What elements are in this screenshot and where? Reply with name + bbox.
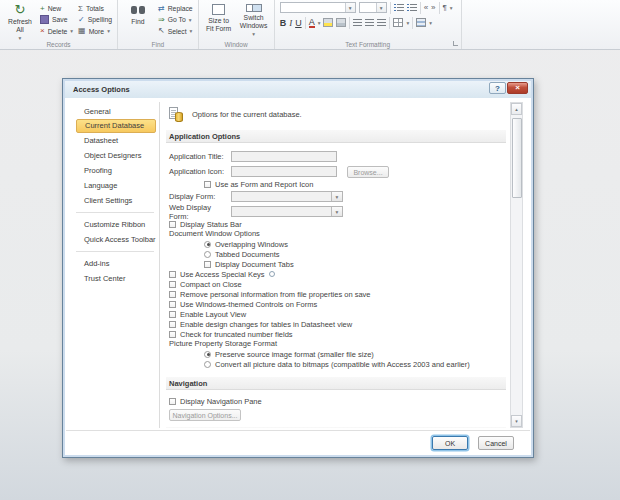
scrollbar-thumb[interactable] bbox=[512, 118, 522, 198]
switch-windows-button[interactable]: Switch Windows ▾ bbox=[239, 3, 269, 37]
bullets-button[interactable] bbox=[394, 4, 404, 12]
totals-button[interactable]: Σ Totals bbox=[78, 3, 112, 14]
use-access-special-keys-checkbox[interactable] bbox=[169, 271, 176, 278]
display-form-dropdown[interactable]: ▾ bbox=[231, 191, 343, 202]
decrease-indent-button[interactable]: « bbox=[424, 4, 428, 12]
display-status-bar-checkbox[interactable] bbox=[169, 221, 176, 228]
navigation-options-button[interactable]: Navigation Options... bbox=[169, 409, 241, 421]
bold-button[interactable]: B bbox=[280, 18, 287, 28]
dialog-titlebar[interactable]: Access Options bbox=[65, 81, 531, 98]
sidebar-item-object-designers[interactable]: Object Designers bbox=[76, 148, 156, 163]
convert-bitmaps-radio[interactable] bbox=[204, 361, 211, 368]
sidebar-item-datasheet[interactable]: Datasheet bbox=[76, 133, 156, 148]
chevron-down-icon[interactable]: ▾ bbox=[406, 20, 409, 26]
sidebar-item-trust-center[interactable]: Trust Center bbox=[76, 271, 156, 286]
compact-on-close-label: Compact on Close bbox=[180, 280, 242, 289]
select-button[interactable]: ↖ Select ▾ bbox=[158, 26, 193, 37]
refresh-all-button[interactable]: ↻ Refresh All ▾ bbox=[5, 3, 35, 37]
sidebar-item-client-settings[interactable]: Client Settings bbox=[76, 193, 156, 208]
new-icon: + bbox=[40, 5, 45, 13]
increase-indent-button[interactable]: » bbox=[431, 4, 435, 12]
paragraph-marks-button[interactable]: ¶ bbox=[443, 4, 447, 12]
ribbon-group-find: Find ⇄ Replace ⇒ Go To ▾ ↖ Select ▾ Fin bbox=[118, 0, 199, 49]
align-right-button[interactable] bbox=[377, 19, 386, 27]
font-size-combobox[interactable]: ▾ bbox=[359, 2, 387, 13]
sidebar-item-current-database[interactable]: Current Database bbox=[76, 119, 156, 133]
overlapping-windows-radio[interactable] bbox=[204, 241, 211, 248]
background-color-button[interactable] bbox=[336, 18, 346, 27]
windows-themed-controls-checkbox[interactable] bbox=[169, 301, 176, 308]
tabbed-documents-radio[interactable] bbox=[204, 251, 211, 258]
sidebar-item-customize-ribbon[interactable]: Customize Ribbon bbox=[76, 217, 156, 232]
chevron-down-icon[interactable]: ▾ bbox=[429, 20, 432, 26]
dialog-body: General Current Database Datasheet Objec… bbox=[66, 98, 530, 454]
sidebar-item-language[interactable]: Language bbox=[76, 178, 156, 193]
highlight-color-button[interactable] bbox=[323, 18, 333, 27]
enable-design-changes-checkbox[interactable] bbox=[169, 321, 176, 328]
browse-button[interactable]: Browse... bbox=[347, 166, 389, 178]
options-category-list: General Current Database Datasheet Objec… bbox=[76, 104, 156, 428]
underline-button[interactable]: U bbox=[295, 18, 302, 28]
panel-header-text: Options for the current database. bbox=[192, 110, 302, 119]
align-center-button[interactable] bbox=[365, 19, 374, 27]
compact-on-close-checkbox[interactable] bbox=[169, 281, 176, 288]
find-button[interactable]: Find bbox=[123, 3, 153, 37]
application-icon-row: Application Icon: Browse... bbox=[166, 164, 506, 179]
save-button[interactable]: Save bbox=[40, 14, 73, 25]
scroll-up-button[interactable]: ▴ bbox=[511, 103, 522, 115]
more-button[interactable]: ▦ More ▾ bbox=[78, 26, 112, 37]
new-button[interactable]: + New bbox=[40, 3, 73, 14]
switch-windows-label: Switch Windows bbox=[239, 14, 269, 30]
enable-design-changes-row: Enable design changes for tables in Data… bbox=[166, 319, 506, 329]
size-to-fit-form-button[interactable]: Size to Fit Form bbox=[204, 3, 234, 37]
enable-layout-view-checkbox[interactable] bbox=[169, 311, 176, 318]
sidebar-item-quick-access-toolbar[interactable]: Quick Access Toolbar bbox=[76, 232, 156, 247]
use-as-form-icon-checkbox[interactable] bbox=[204, 181, 211, 188]
chevron-down-icon[interactable]: ▾ bbox=[331, 207, 342, 216]
tabbed-documents-label: Tabbed Documents bbox=[215, 250, 280, 259]
alternate-row-color-button[interactable] bbox=[416, 18, 426, 27]
align-left-button[interactable] bbox=[353, 19, 362, 27]
application-icon-input[interactable] bbox=[231, 166, 337, 177]
spelling-label: Spelling bbox=[88, 16, 112, 23]
dialog-title: Access Options bbox=[73, 85, 130, 94]
gridlines-button[interactable] bbox=[393, 18, 403, 27]
italic-button[interactable]: I bbox=[289, 18, 292, 28]
font-family-combobox[interactable]: ▾ bbox=[280, 2, 356, 13]
preserve-source-radio[interactable] bbox=[204, 351, 211, 358]
dialog-launcher-icon[interactable] bbox=[453, 41, 458, 46]
sidebar-item-proofing[interactable]: Proofing bbox=[76, 163, 156, 178]
spelling-button[interactable]: ✓ Spelling bbox=[78, 14, 112, 25]
sidebar-item-general[interactable]: General bbox=[76, 104, 156, 119]
web-display-form-dropdown[interactable]: ▾ bbox=[231, 206, 343, 217]
delete-button[interactable]: × Delete ▾ bbox=[40, 26, 73, 37]
separator bbox=[349, 17, 350, 29]
application-icon-label: Application Icon: bbox=[169, 167, 231, 176]
display-navigation-pane-checkbox[interactable] bbox=[169, 398, 176, 405]
chevron-down-icon[interactable]: ▾ bbox=[318, 20, 321, 26]
sidebar-item-add-ins[interactable]: Add-ins bbox=[76, 256, 156, 271]
scroll-down-button[interactable]: ▾ bbox=[511, 415, 522, 427]
display-document-tabs-checkbox[interactable] bbox=[204, 261, 211, 268]
section-ribbon-toolbar-options: Ribbon and Toolbar Options bbox=[166, 427, 506, 428]
chevron-down-icon[interactable]: ▾ bbox=[376, 3, 386, 12]
vertical-scrollbar[interactable]: ▴ ▾ bbox=[510, 102, 523, 428]
cancel-button[interactable]: Cancel bbox=[478, 436, 514, 450]
application-title-label: Application Title: bbox=[169, 152, 231, 161]
close-button[interactable]: × bbox=[507, 82, 528, 94]
chevron-down-icon[interactable]: ▾ bbox=[345, 3, 355, 12]
help-button[interactable]: ? bbox=[489, 82, 506, 94]
chevron-down-icon[interactable]: ▾ bbox=[331, 192, 342, 201]
use-as-form-icon-label: Use as Form and Report Icon bbox=[215, 180, 313, 189]
ok-button[interactable]: OK bbox=[432, 436, 468, 450]
numbering-button[interactable] bbox=[407, 4, 417, 12]
remove-personal-info-row: Remove personal information from file pr… bbox=[166, 289, 506, 299]
check-truncated-checkbox[interactable] bbox=[169, 331, 176, 338]
display-document-tabs-label: Display Document Tabs bbox=[215, 260, 294, 269]
goto-button[interactable]: ⇒ Go To ▾ bbox=[158, 14, 193, 25]
replace-button[interactable]: ⇄ Replace bbox=[158, 3, 193, 14]
remove-personal-info-checkbox[interactable] bbox=[169, 291, 176, 298]
size-to-fit-label: Size to Fit Form bbox=[204, 17, 234, 33]
font-color-button[interactable]: A bbox=[309, 18, 315, 28]
application-title-input[interactable] bbox=[231, 151, 337, 162]
